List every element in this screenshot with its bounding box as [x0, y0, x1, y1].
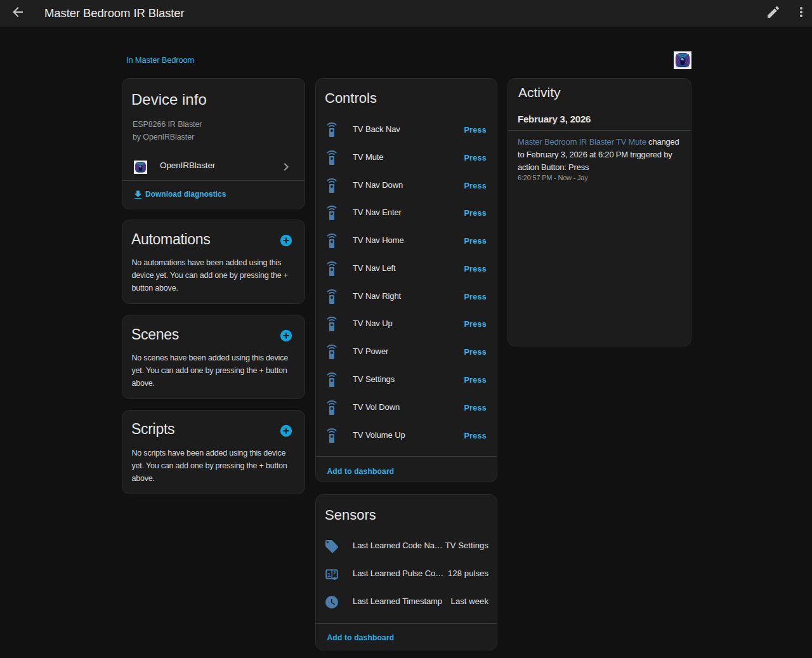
svg-text:2: 2 — [333, 570, 336, 576]
svg-text:1: 1 — [327, 571, 331, 578]
svg-text:5: 5 — [333, 576, 336, 581]
